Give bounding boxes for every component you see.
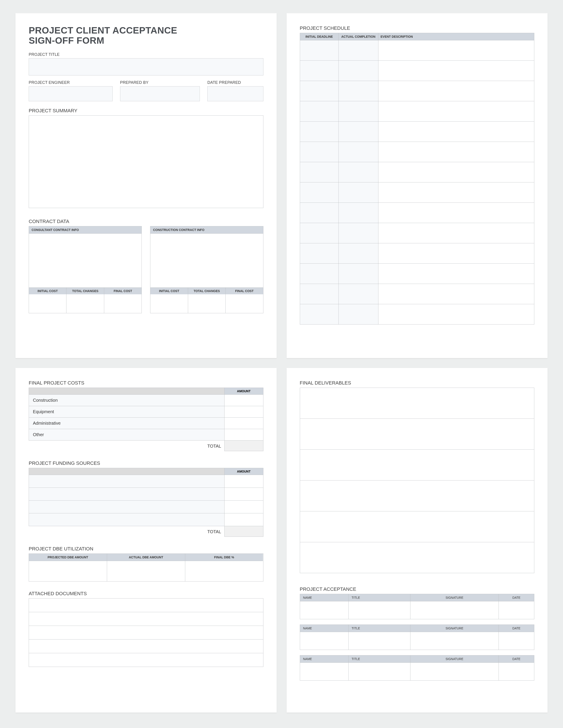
schedule-event-description[interactable]: [379, 81, 534, 101]
funding-row-label[interactable]: [29, 513, 224, 526]
schedule-actual-completion[interactable]: [339, 284, 379, 304]
consultant-initial-cost[interactable]: [29, 294, 66, 313]
acceptance-signature[interactable]: [411, 632, 499, 650]
acceptance-title[interactable]: [349, 632, 411, 650]
consultant-total-changes[interactable]: [66, 294, 104, 313]
schedule-actual-completion[interactable]: [339, 203, 379, 223]
schedule-event-description[interactable]: [379, 264, 534, 284]
schedule-initial-deadline[interactable]: [300, 142, 339, 162]
schedule-actual-completion[interactable]: [339, 61, 379, 81]
acceptance-date[interactable]: [499, 601, 534, 619]
deliverable-row[interactable]: [300, 542, 534, 573]
funding-row-label[interactable]: [29, 501, 224, 513]
costs-total-value[interactable]: [224, 441, 263, 451]
dbe-actual-value[interactable]: [107, 561, 185, 581]
schedule-initial-deadline[interactable]: [300, 81, 339, 101]
schedule-actual-completion[interactable]: [339, 122, 379, 142]
field-project-title[interactable]: [29, 58, 263, 75]
schedule-initial-deadline[interactable]: [300, 40, 339, 61]
funding-row-amount[interactable]: [224, 475, 263, 488]
deliverable-row[interactable]: [300, 388, 534, 419]
schedule-actual-completion[interactable]: [339, 304, 379, 325]
consultant-contract-body[interactable]: [29, 234, 141, 288]
acceptance-signature[interactable]: [411, 663, 499, 680]
field-date-prepared[interactable]: [207, 86, 263, 101]
schedule-event-description[interactable]: [379, 182, 534, 203]
construction-total-changes[interactable]: [188, 294, 226, 313]
funding-row-amount[interactable]: [224, 501, 263, 513]
attached-document-row[interactable]: [29, 653, 263, 667]
schedule-actual-completion[interactable]: [339, 182, 379, 203]
schedule-actual-completion[interactable]: [339, 40, 379, 61]
pages-grid: PROJECT CLIENT ACCEPTANCE SIGN-OFF FORM …: [0, 0, 563, 728]
schedule-initial-deadline[interactable]: [300, 101, 339, 122]
schedule-actual-completion[interactable]: [339, 101, 379, 122]
deliverable-row[interactable]: [300, 450, 534, 480]
attached-document-row[interactable]: [29, 599, 263, 612]
schedule-initial-deadline[interactable]: [300, 243, 339, 264]
schedule-initial-deadline[interactable]: [300, 284, 339, 304]
schedule-event-description[interactable]: [379, 223, 534, 243]
schedule-initial-deadline[interactable]: [300, 223, 339, 243]
cost-row-amount[interactable]: [224, 429, 263, 441]
acceptance-name[interactable]: [300, 663, 349, 680]
schedule-event-description[interactable]: [379, 243, 534, 264]
schedule-event-description[interactable]: [379, 122, 534, 142]
cost-row-label: Administrative: [29, 418, 224, 429]
schedule-initial-deadline[interactable]: [300, 304, 339, 325]
acceptance-title[interactable]: [349, 663, 411, 680]
funding-row-label[interactable]: [29, 475, 224, 488]
schedule-event-description[interactable]: [379, 284, 534, 304]
acceptance-date[interactable]: [499, 632, 534, 650]
schedule-actual-completion[interactable]: [339, 142, 379, 162]
field-project-engineer[interactable]: [29, 86, 113, 101]
cost-row-amount[interactable]: [224, 418, 263, 429]
attached-document-row[interactable]: [29, 640, 263, 653]
cost-row-amount[interactable]: [224, 395, 263, 406]
construction-initial-cost[interactable]: [150, 294, 188, 313]
schedule-event-description[interactable]: [379, 61, 534, 81]
acceptance-name[interactable]: [300, 632, 349, 650]
dbe-final-pct-value[interactable]: [185, 561, 263, 581]
form-title: PROJECT CLIENT ACCEPTANCE SIGN-OFF FORM: [29, 25, 263, 46]
construction-contract-body[interactable]: [150, 234, 263, 288]
acceptance-name[interactable]: [300, 601, 349, 619]
deliverable-row[interactable]: [300, 511, 534, 542]
schedule-initial-deadline[interactable]: [300, 264, 339, 284]
consultant-final-cost-head: FINAL COST: [104, 288, 141, 294]
acceptance-date[interactable]: [499, 663, 534, 680]
cost-row-amount[interactable]: [224, 406, 263, 418]
schedule-actual-completion[interactable]: [339, 223, 379, 243]
construction-final-cost[interactable]: [226, 294, 263, 313]
schedule-initial-deadline[interactable]: [300, 182, 339, 203]
schedule-event-description[interactable]: [379, 203, 534, 223]
schedule-actual-completion[interactable]: [339, 264, 379, 284]
schedule-actual-completion[interactable]: [339, 243, 379, 264]
funding-row-amount[interactable]: [224, 513, 263, 526]
dbe-projected-value[interactable]: [29, 561, 107, 581]
schedule-event-description[interactable]: [379, 304, 534, 325]
schedule-initial-deadline[interactable]: [300, 162, 339, 182]
schedule-initial-deadline[interactable]: [300, 61, 339, 81]
funding-total-value[interactable]: [224, 526, 263, 537]
schedule-initial-deadline[interactable]: [300, 203, 339, 223]
deliverable-row[interactable]: [300, 419, 534, 450]
acceptance-title[interactable]: [349, 601, 411, 619]
schedule-actual-completion[interactable]: [339, 162, 379, 182]
funding-row-amount[interactable]: [224, 488, 263, 501]
deliverable-row[interactable]: [300, 480, 534, 511]
acceptance-signature[interactable]: [411, 601, 499, 619]
schedule-event-description[interactable]: [379, 162, 534, 182]
funding-row: [29, 475, 263, 488]
attached-document-row[interactable]: [29, 612, 263, 626]
field-prepared-by[interactable]: [120, 86, 200, 101]
attached-document-row[interactable]: [29, 626, 263, 640]
schedule-initial-deadline[interactable]: [300, 122, 339, 142]
consultant-final-cost[interactable]: [104, 294, 141, 313]
field-project-summary[interactable]: [29, 115, 263, 208]
schedule-actual-completion[interactable]: [339, 81, 379, 101]
schedule-event-description[interactable]: [379, 101, 534, 122]
funding-row-label[interactable]: [29, 488, 224, 501]
schedule-event-description[interactable]: [379, 142, 534, 162]
schedule-event-description[interactable]: [379, 40, 534, 61]
